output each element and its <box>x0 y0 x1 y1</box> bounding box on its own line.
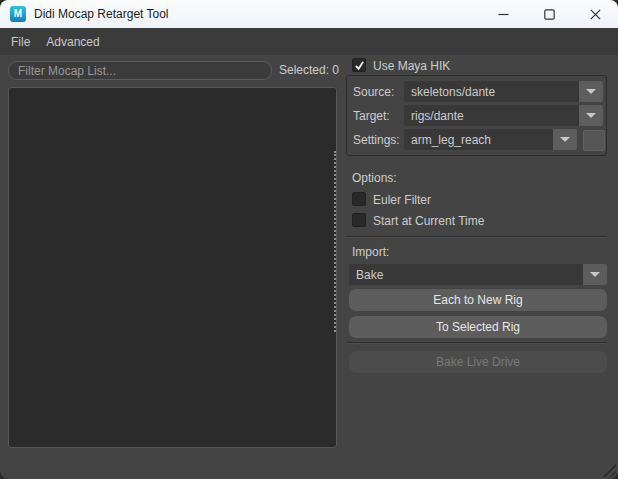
settings-dropdown-button[interactable] <box>553 129 577 150</box>
use-maya-hik-checkbox[interactable] <box>352 58 366 72</box>
resize-grip[interactable] <box>601 462 616 477</box>
window-controls <box>480 0 618 28</box>
euler-filter-label: Euler Filter <box>373 193 431 207</box>
start-at-current-time-checkbox[interactable] <box>352 213 366 227</box>
close-button[interactable] <box>572 0 618 28</box>
target-combobox[interactable]: rigs/dante <box>404 105 603 126</box>
filter-mocap-input[interactable] <box>8 61 272 80</box>
maximize-icon <box>544 9 555 20</box>
settings-value: arm_leg_reach <box>404 133 553 147</box>
import-heading: Import: <box>352 245 389 259</box>
chevron-down-icon <box>560 137 570 142</box>
source-combobox[interactable]: skeletons/dante <box>404 81 603 102</box>
import-mode-combobox[interactable]: Bake <box>349 264 607 285</box>
to-selected-rig-button[interactable]: To Selected Rig <box>349 316 607 338</box>
options-heading: Options: <box>352 171 397 185</box>
settings-combobox[interactable]: arm_leg_reach <box>404 129 577 150</box>
mocap-list[interactable] <box>8 87 337 448</box>
separator <box>346 236 607 238</box>
minimize-icon <box>498 9 509 20</box>
selected-count-label: Selected: 0 <box>279 63 339 77</box>
chevron-down-icon <box>590 272 600 277</box>
each-to-new-rig-button[interactable]: Each to New Rig <box>349 289 607 311</box>
title-bar[interactable]: M Didi Mocap Retarget Tool <box>0 0 618 28</box>
source-value: skeletons/dante <box>404 85 579 99</box>
bake-live-drive-button[interactable]: Bake Live Drive <box>349 351 607 373</box>
chevron-down-icon <box>586 113 596 118</box>
import-mode-dropdown-button[interactable] <box>583 264 607 285</box>
import-mode-value: Bake <box>349 268 583 282</box>
menu-bar: File Advanced <box>0 28 618 55</box>
window-title: Didi Mocap Retarget Tool <box>34 7 169 21</box>
splitter-handle[interactable] <box>334 151 336 332</box>
menu-file[interactable]: File <box>3 28 38 55</box>
euler-filter-checkbox[interactable] <box>352 192 366 206</box>
maya-app-icon: M <box>10 6 26 22</box>
use-maya-hik-label: Use Maya HIK <box>373 59 450 73</box>
target-value: rigs/dante <box>404 109 579 123</box>
target-label: Target: <box>353 109 390 123</box>
source-label: Source: <box>353 85 394 99</box>
checkmark-icon <box>354 60 365 71</box>
maximize-button[interactable] <box>526 0 572 28</box>
start-at-current-time-label: Start at Current Time <box>373 214 484 228</box>
chevron-down-icon <box>586 89 596 94</box>
close-icon <box>590 9 601 20</box>
settings-label: Settings: <box>353 133 400 147</box>
app-window: M Didi Mocap Retarget Tool File Advanced… <box>0 0 618 479</box>
target-dropdown-button[interactable] <box>579 105 603 126</box>
separator <box>346 342 607 344</box>
minimize-button[interactable] <box>480 0 526 28</box>
source-dropdown-button[interactable] <box>579 81 603 102</box>
settings-extra-button[interactable] <box>583 130 605 151</box>
menu-advanced[interactable]: Advanced <box>38 28 107 55</box>
